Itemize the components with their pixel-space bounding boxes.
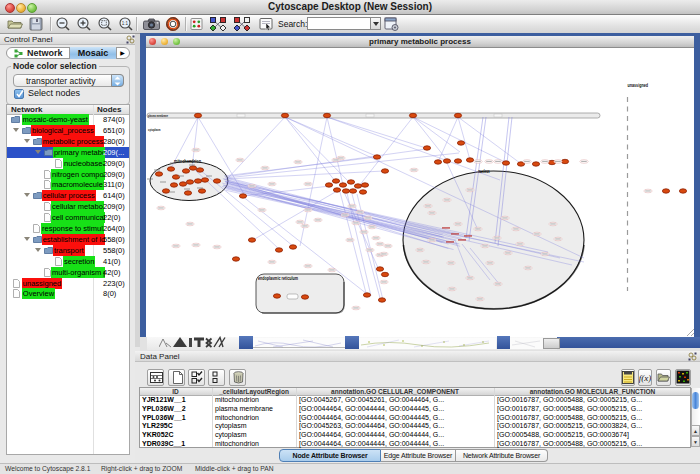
svg-text:endoplasmic reticulum: endoplasmic reticulum	[258, 276, 298, 281]
svg-text:cytoplasm: cytoplasm	[148, 127, 161, 132]
svg-text:f(x): f(x)	[639, 373, 651, 383]
svg-text:plasma membrane: plasma membrane	[148, 113, 168, 118]
svg-text:1:1: 1:1	[122, 21, 129, 26]
svg-text:nucleus: nucleus	[478, 169, 490, 174]
svg-text:mitochondrion: mitochondrion	[174, 159, 201, 164]
svg-text:unassigned: unassigned	[628, 83, 649, 88]
